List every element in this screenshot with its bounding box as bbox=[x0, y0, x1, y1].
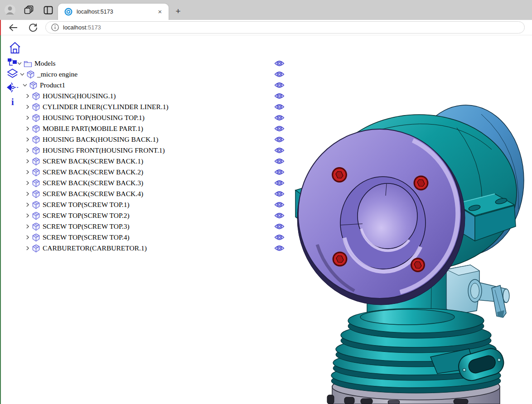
tree-item-label: Models bbox=[34, 59, 56, 67]
expand-chevron[interactable] bbox=[24, 147, 31, 154]
browser-tab[interactable]: localhost:5173 × bbox=[58, 4, 169, 20]
tree-item-label: CARBURETOR(CARBURETOR.1) bbox=[43, 244, 147, 252]
chevron-right-icon bbox=[24, 202, 31, 208]
visibility-eye-toggle[interactable] bbox=[273, 167, 285, 178]
part-icon bbox=[32, 135, 40, 144]
tree-item-label: HOUSING TOP(HOUSING TOP.1) bbox=[43, 114, 145, 122]
chevron-down-icon bbox=[16, 60, 23, 67]
eye-icon bbox=[274, 147, 285, 154]
tree-row[interactable]: SCREW BACK(SCREW BACK.2) bbox=[0, 167, 272, 178]
tree-item-label: SCREW BACK(SCREW BACK.4) bbox=[43, 190, 143, 198]
eye-icon bbox=[274, 190, 285, 197]
expand-chevron[interactable] bbox=[24, 212, 31, 219]
visibility-eye-toggle[interactable] bbox=[273, 69, 285, 80]
home-button[interactable] bbox=[9, 42, 21, 56]
tree-row[interactable]: HOUSING BACK(HOUSING BACK.1) bbox=[0, 134, 272, 145]
carburetor-assembly[interactable] bbox=[446, 265, 509, 317]
visibility-eye-toggle[interactable] bbox=[273, 80, 285, 91]
split-window-button[interactable] bbox=[42, 4, 54, 16]
workspaces-button[interactable] bbox=[23, 4, 35, 16]
visibility-eye-toggle[interactable] bbox=[273, 199, 285, 210]
visibility-eye-toggle[interactable] bbox=[273, 188, 285, 199]
expand-chevron[interactable] bbox=[22, 82, 28, 89]
visibility-eye-toggle[interactable] bbox=[273, 210, 285, 221]
visibility-eye-toggle[interactable] bbox=[273, 101, 285, 112]
eye-icon bbox=[274, 201, 285, 208]
profile-avatar[interactable] bbox=[4, 4, 16, 16]
expand-chevron[interactable] bbox=[24, 125, 31, 132]
tree-row[interactable]: CYLINDER LINER(CYLINDER LINER.1) bbox=[0, 101, 272, 112]
tab-close-button[interactable]: × bbox=[156, 8, 164, 16]
tree-row[interactable]: HOUSING(HOUSING.1) bbox=[0, 91, 272, 101]
visibility-eye-toggle[interactable] bbox=[273, 156, 285, 167]
expand-chevron[interactable] bbox=[16, 60, 23, 67]
tree-row[interactable]: CARBURETOR(CARBURETOR.1) bbox=[0, 243, 272, 254]
tree-row[interactable]: SCREW BACK(SCREW BACK.1) bbox=[0, 156, 272, 167]
visibility-eye-toggle[interactable] bbox=[273, 178, 285, 188]
housing-front-flange[interactable] bbox=[297, 129, 465, 305]
visibility-eye-toggle[interactable] bbox=[273, 112, 285, 123]
url-port: :5173 bbox=[86, 24, 101, 31]
tree-row[interactable]: MOBILE PART(MOBILE PART.1) bbox=[0, 123, 272, 134]
eye-icon bbox=[274, 82, 285, 89]
expand-chevron[interactable] bbox=[24, 103, 31, 111]
back-button[interactable] bbox=[7, 22, 19, 34]
visibility-eye-toggle[interactable] bbox=[273, 243, 285, 254]
chevron-right-icon bbox=[24, 115, 31, 121]
visibility-eye-toggle[interactable] bbox=[273, 91, 285, 101]
expand-chevron[interactable] bbox=[24, 168, 31, 176]
visibility-eye-toggle[interactable] bbox=[273, 134, 285, 145]
tree-item-label: Product1 bbox=[40, 81, 65, 89]
3d-viewport[interactable] bbox=[290, 35, 532, 404]
address-bar[interactable]: localhost:5173 bbox=[45, 21, 525, 34]
expand-chevron[interactable] bbox=[19, 71, 25, 78]
tree-row[interactable]: SCREW BACK(SCREW BACK.4) bbox=[0, 188, 272, 199]
chevron-right-icon bbox=[24, 93, 31, 99]
tree-row[interactable]: SCREW TOP(SCREW TOP.1) bbox=[0, 199, 272, 210]
part-icon bbox=[32, 157, 40, 166]
expand-chevron[interactable] bbox=[24, 234, 31, 241]
tree-row[interactable]: HOUSING TOP(HOUSING TOP.1) bbox=[0, 112, 272, 123]
expand-chevron[interactable] bbox=[24, 179, 31, 187]
expand-chevron[interactable] bbox=[24, 245, 31, 252]
expand-chevron[interactable] bbox=[24, 158, 31, 165]
tree-row[interactable]: _micro engine bbox=[0, 69, 272, 80]
tree-row[interactable]: SCREW BACK(SCREW BACK.3) bbox=[0, 178, 272, 188]
visibility-eye-toggle[interactable] bbox=[273, 221, 285, 232]
expand-chevron[interactable] bbox=[24, 201, 31, 208]
refresh-button[interactable] bbox=[27, 22, 39, 34]
tree-row[interactable]: HOUSING FRONT(HOUSING FRONT.1) bbox=[0, 145, 272, 156]
expand-chevron[interactable] bbox=[24, 190, 31, 197]
eye-icon bbox=[274, 136, 285, 143]
tree-row[interactable]: SCREW TOP(SCREW TOP.2) bbox=[0, 210, 272, 221]
tree-row[interactable]: SCREW TOP(SCREW TOP.4) bbox=[0, 232, 272, 243]
visibility-eye-toggle[interactable] bbox=[273, 145, 285, 156]
tree-item-label: _micro engine bbox=[37, 70, 77, 78]
expand-chevron[interactable] bbox=[24, 223, 31, 230]
visibility-eye-toggle[interactable] bbox=[273, 58, 285, 69]
split-window-icon bbox=[43, 5, 53, 15]
info-circle-icon[interactable] bbox=[51, 24, 59, 31]
expand-chevron[interactable] bbox=[24, 92, 31, 100]
expand-chevron[interactable] bbox=[24, 114, 31, 121]
chevron-down-icon bbox=[19, 71, 25, 77]
visibility-eye-toggle[interactable] bbox=[273, 232, 285, 243]
eye-icon bbox=[274, 92, 285, 100]
chevron-right-icon bbox=[24, 234, 31, 240]
tree-row[interactable]: Models bbox=[0, 58, 272, 69]
chevron-right-icon bbox=[24, 169, 31, 175]
new-tab-button[interactable]: + bbox=[173, 6, 183, 16]
cooling-fins[interactable] bbox=[331, 308, 501, 393]
visibility-eye-toggle[interactable] bbox=[273, 123, 285, 134]
tree-item-label: CYLINDER LINER(CYLINDER LINER.1) bbox=[43, 103, 169, 111]
eye-icon bbox=[274, 71, 285, 78]
eye-icon bbox=[274, 212, 285, 219]
tree-item-label: SCREW BACK(SCREW BACK.3) bbox=[43, 179, 143, 187]
tree-row[interactable]: Product1 bbox=[0, 80, 272, 91]
tree-row[interactable]: SCREW TOP(SCREW TOP.3) bbox=[0, 221, 272, 232]
part-icon bbox=[29, 81, 38, 90]
eye-icon bbox=[274, 158, 285, 165]
expand-chevron[interactable] bbox=[24, 136, 31, 143]
chevron-right-icon bbox=[24, 223, 31, 230]
home-icon bbox=[9, 42, 21, 54]
